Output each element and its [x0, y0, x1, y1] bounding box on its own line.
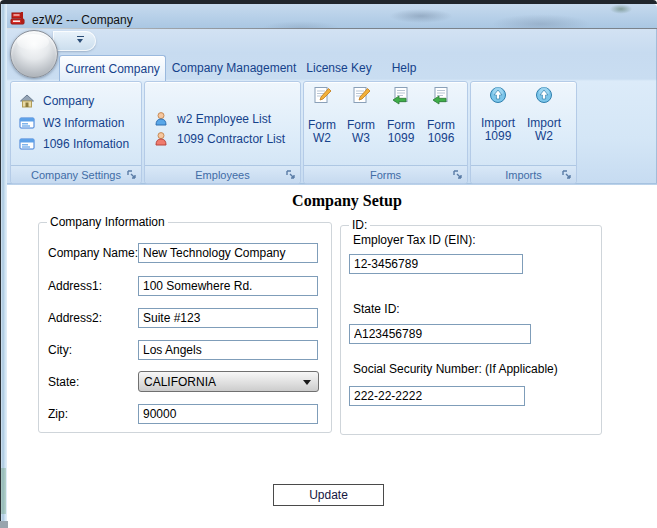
- state-id-label: State ID:: [353, 302, 400, 316]
- ribbon-group-employees: w2 Employee List 1099 Contractor List Em…: [144, 81, 301, 184]
- dialog-launcher-icon[interactable]: [452, 169, 464, 181]
- groupbox-legend: Company Information: [47, 215, 168, 229]
- form-arrow-icon: [431, 86, 451, 106]
- ribbon-item-w2-employee-list[interactable]: w2 Employee List: [153, 109, 271, 129]
- state-selected-value: CALIFORNIA: [144, 375, 216, 389]
- address1-input[interactable]: [138, 276, 318, 296]
- ribbon-button-import-1099[interactable]: Import1099: [477, 84, 519, 143]
- form-edit-icon: [312, 86, 332, 106]
- ezw2-window: ezW2 --- Company Current Company Company…: [0, 0, 657, 528]
- window-title: ezW2 --- Company: [32, 13, 133, 27]
- form-edit-icon: [351, 86, 371, 106]
- app-icon: [10, 11, 26, 27]
- address2-label: Address2:: [48, 311, 102, 325]
- titlebar: ezW2 --- Company: [1, 4, 657, 28]
- ribbon-item-company[interactable]: Company: [19, 91, 94, 111]
- ribbon-button-form-w3[interactable]: FormW3: [342, 84, 380, 145]
- person-red-icon: [153, 131, 169, 147]
- ribbon-button-form-1096[interactable]: Form1096: [422, 84, 460, 145]
- import-up-icon: [535, 86, 553, 104]
- id-groupbox: ID: Employer Tax ID (EIN): State ID: Soc…: [340, 225, 602, 435]
- city-input[interactable]: [138, 340, 318, 360]
- dialog-launcher-icon[interactable]: [126, 169, 138, 181]
- ribbon-item-1099-contractor-list[interactable]: 1099 Contractor List: [153, 129, 285, 149]
- form-arrow-icon: [391, 86, 411, 106]
- quick-access-toolbar[interactable]: [53, 31, 96, 51]
- zip-label: Zip:: [48, 407, 68, 421]
- company-name-label: Company Name:: [48, 246, 138, 260]
- window-left-edge: [0, 4, 7, 528]
- group-footer-employees: Employees: [145, 165, 300, 183]
- company-name-input[interactable]: [138, 243, 318, 263]
- home-icon: [19, 93, 35, 109]
- city-label: City:: [48, 343, 72, 357]
- ribbon-button-form-1099[interactable]: Form1099: [382, 84, 420, 145]
- address2-input[interactable]: [138, 308, 318, 328]
- client-area: Company Setup Company Information Compan…: [7, 185, 657, 528]
- ein-label: Employer Tax ID (EIN):: [353, 233, 475, 247]
- application-orb-button[interactable]: [10, 30, 58, 78]
- chevron-down-icon: [303, 380, 311, 385]
- window-corner: [0, 521, 8, 528]
- dialog-launcher-icon[interactable]: [561, 169, 573, 181]
- ribbon-item-w3-information[interactable]: W3 Information: [19, 113, 124, 133]
- zip-input[interactable]: [138, 404, 318, 424]
- state-label: State:: [48, 375, 79, 389]
- tab-help[interactable]: Help: [382, 55, 426, 80]
- state-select[interactable]: CALIFORNIA: [138, 371, 319, 392]
- ein-input[interactable]: [349, 254, 523, 274]
- update-button[interactable]: Update: [273, 484, 384, 506]
- ribbon-item-1096-infomation[interactable]: 1096 Infomation: [19, 134, 129, 154]
- ribbon-button-import-w2[interactable]: ImportW2: [523, 84, 565, 143]
- ssn-input[interactable]: [349, 386, 525, 406]
- company-information-groupbox: Company Information Company Name: Addres…: [38, 222, 332, 433]
- address1-label: Address1:: [48, 279, 102, 293]
- groupbox-legend: ID:: [349, 218, 370, 232]
- window-left-edge-tint: [1, 468, 6, 514]
- tab-license-key[interactable]: License Key: [298, 55, 380, 80]
- dialog-launcher-icon[interactable]: [285, 169, 297, 181]
- import-up-icon: [489, 86, 507, 104]
- chevron-down-icon[interactable]: [77, 36, 85, 45]
- table-icon: [19, 136, 35, 152]
- group-footer-company-settings: Company Settings: [11, 165, 141, 183]
- page-title: Company Setup: [232, 192, 462, 210]
- tab-company-management[interactable]: Company Management: [170, 55, 298, 80]
- ribbon-group-company-settings: Company W3 Information 1096 Infomation C…: [10, 81, 142, 184]
- ribbon-button-form-w2[interactable]: FormW2: [303, 84, 341, 145]
- tab-current-company[interactable]: Current Company: [59, 55, 166, 81]
- person-blue-icon: [153, 111, 169, 127]
- state-id-input[interactable]: [349, 324, 531, 344]
- ssn-label: Social Security Number: (If Applicable): [353, 362, 558, 376]
- group-footer-forms: Forms: [304, 165, 467, 183]
- table-icon: [19, 115, 35, 131]
